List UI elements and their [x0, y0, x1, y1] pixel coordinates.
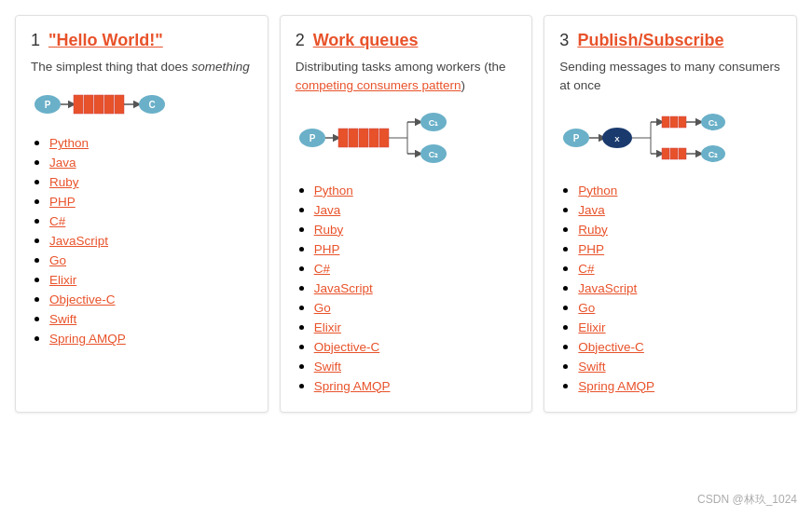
- list-item: C#: [49, 212, 253, 229]
- card-2-header: 2 Work queues: [296, 31, 517, 50]
- card-1-description: The simplest thing that does something: [31, 58, 253, 76]
- link-ruby-3[interactable]: Ruby: [578, 223, 608, 237]
- list-item: Spring AMQP: [578, 377, 781, 394]
- card-2-links-list: Python Java Ruby PHP C# JavaScript Go El…: [296, 182, 517, 394]
- link-spring-1[interactable]: Spring AMQP: [49, 332, 126, 346]
- card-3-diagram: P X C₁: [559, 105, 781, 170]
- svg-rect-16: [359, 129, 368, 147]
- list-item: Ruby: [49, 173, 253, 190]
- link-php-2[interactable]: PHP: [314, 242, 340, 256]
- list-item: PHP: [578, 240, 781, 257]
- link-swift-1[interactable]: Swift: [49, 312, 76, 326]
- link-spring-2[interactable]: Spring AMQP: [314, 379, 391, 393]
- card-1-links-list: Python Java Ruby PHP C# JavaScript Go El…: [31, 134, 253, 347]
- diagram-1-svg: P: [31, 86, 199, 123]
- link-objc-1[interactable]: Objective-C: [49, 293, 116, 306]
- svg-text:P: P: [573, 133, 580, 143]
- card-1-title-link[interactable]: "Hello World!": [48, 31, 163, 49]
- link-objc-2[interactable]: Objective-C: [314, 340, 380, 354]
- link-elixir-2[interactable]: Elixir: [314, 320, 341, 334]
- svg-rect-15: [349, 129, 358, 147]
- list-item: C#: [314, 260, 517, 277]
- card-3-title-link[interactable]: Publish/Subscribe: [577, 31, 723, 49]
- link-go-3[interactable]: Go: [578, 301, 595, 315]
- list-item: JavaScript: [578, 279, 781, 296]
- list-item: Python: [314, 182, 517, 198]
- link-java-2[interactable]: Java: [314, 203, 341, 217]
- card-1-number: 1: [31, 31, 40, 49]
- svg-text:P: P: [309, 133, 315, 143]
- svg-rect-44: [662, 148, 669, 159]
- link-js-3[interactable]: JavaScript: [578, 281, 637, 295]
- card-3: 3 Publish/Subscribe Sending messages to …: [544, 15, 797, 413]
- watermark: CSDN @林玖_1024: [697, 492, 797, 508]
- list-item: Spring AMQP: [49, 330, 253, 347]
- card-2-diagram: P C₁ C₂: [296, 105, 517, 170]
- list-item: Objective-C: [49, 291, 253, 307]
- link-csharp-3[interactable]: C#: [578, 262, 594, 276]
- svg-text:P: P: [45, 100, 51, 110]
- card-2-number: 2: [296, 31, 305, 49]
- svg-rect-17: [369, 129, 378, 147]
- list-item: Ruby: [314, 221, 517, 238]
- link-elixir-1[interactable]: Elixir: [49, 273, 76, 287]
- link-go-2[interactable]: Go: [314, 301, 331, 315]
- list-item: Java: [578, 201, 781, 218]
- svg-rect-14: [338, 129, 348, 147]
- svg-rect-7: [115, 95, 124, 114]
- link-swift-2[interactable]: Swift: [314, 360, 341, 374]
- link-elixir-3[interactable]: Elixir: [578, 320, 605, 334]
- card-1-header: 1 "Hello World!": [31, 31, 253, 50]
- svg-rect-39: [679, 116, 686, 128]
- list-item: Swift: [49, 310, 253, 327]
- svg-text:C₁: C₁: [428, 118, 438, 128]
- link-go-1[interactable]: Go: [49, 253, 66, 267]
- link-java-1[interactable]: Java: [49, 156, 76, 170]
- list-item: Python: [578, 182, 781, 198]
- link-spring-3[interactable]: Spring AMQP: [578, 379, 654, 393]
- svg-text:C₁: C₁: [709, 118, 719, 128]
- link-php-1[interactable]: PHP: [49, 195, 76, 209]
- link-python-3[interactable]: Python: [578, 184, 617, 197]
- svg-text:C: C: [148, 100, 155, 110]
- diagram-2-svg: P C₁ C₂: [296, 105, 482, 170]
- link-php-3[interactable]: PHP: [578, 242, 604, 256]
- list-item: Elixir: [314, 319, 517, 335]
- list-item: PHP: [314, 240, 517, 257]
- svg-rect-18: [379, 129, 389, 147]
- diagram-3-svg: P X C₁: [559, 105, 764, 170]
- card-2-title-link[interactable]: Work queues: [313, 31, 419, 49]
- svg-text:X: X: [615, 135, 621, 143]
- list-item: Go: [578, 299, 781, 316]
- svg-text:C₂: C₂: [709, 150, 719, 159]
- link-objc-3[interactable]: Objective-C: [578, 340, 644, 354]
- card-1-diagram: P: [31, 86, 253, 123]
- list-item: Swift: [314, 358, 517, 374]
- svg-text:C₂: C₂: [428, 150, 438, 159]
- link-js-1[interactable]: JavaScript: [49, 234, 108, 248]
- link-csharp-1[interactable]: C#: [49, 214, 65, 228]
- list-item: Java: [49, 154, 253, 170]
- svg-rect-6: [104, 95, 114, 114]
- svg-rect-45: [670, 148, 678, 159]
- link-csharp-2[interactable]: C#: [314, 262, 330, 276]
- link-js-2[interactable]: JavaScript: [314, 281, 373, 295]
- competing-consumers-link[interactable]: competing consumers pattern: [296, 78, 461, 92]
- svg-rect-37: [662, 116, 669, 128]
- list-item: Ruby: [578, 221, 781, 238]
- list-item: Go: [314, 299, 517, 316]
- card-2: 2 Work queues Distributing tasks among w…: [280, 15, 533, 413]
- link-python-2[interactable]: Python: [314, 184, 353, 197]
- link-python-1[interactable]: Python: [49, 136, 89, 150]
- link-swift-3[interactable]: Swift: [578, 360, 605, 374]
- list-item: Java: [314, 201, 517, 218]
- svg-rect-38: [670, 116, 678, 128]
- cards-container: 1 "Hello World!" The simplest thing that…: [15, 15, 797, 413]
- link-ruby-2[interactable]: Ruby: [314, 223, 344, 237]
- link-ruby-1[interactable]: Ruby: [49, 175, 79, 189]
- list-item: Go: [49, 252, 253, 268]
- svg-rect-5: [94, 95, 103, 114]
- list-item: Spring AMQP: [314, 377, 517, 394]
- card-3-number: 3: [559, 31, 569, 49]
- link-java-3[interactable]: Java: [578, 203, 605, 217]
